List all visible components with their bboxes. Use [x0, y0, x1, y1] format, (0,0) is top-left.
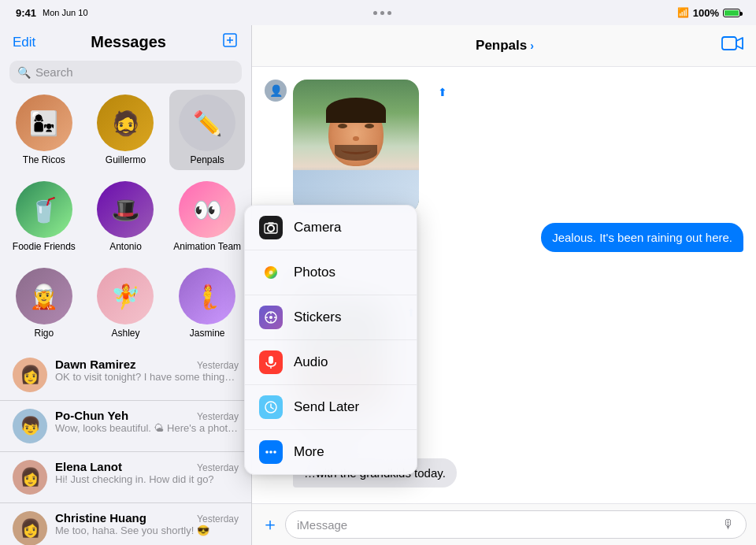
contact-avatar: 🧜 [179, 268, 235, 324]
sidebar-title: Messages [35, 33, 221, 51]
svg-marker-4 [736, 38, 743, 49]
battery-icon: 100% [693, 7, 719, 19]
sidebar: Edit Messages 🔍 Search 👩‍👧 The Ricos 🧔 [0, 25, 252, 545]
conv-name: Dawn Ramirez [55, 358, 136, 371]
conversation-item[interactable]: 👩 Dawn Ramirez Yesterday OK to visit ton… [0, 350, 251, 401]
video-call-button[interactable] [721, 35, 743, 57]
contact-name: Antonio [109, 241, 142, 252]
conv-message: Wow, looks beautiful. 🌤 Here's a photo o… [55, 422, 239, 434]
conv-time: Yesterday [197, 462, 239, 473]
svg-point-14 [269, 450, 272, 454]
conv-avatar: 👩 [13, 511, 47, 545]
contact-avatar: ✏️ [179, 95, 235, 151]
popup-label-camera: Camera [294, 220, 341, 235]
popup-label-audio: Audio [294, 354, 328, 370]
popup-icon-camera [259, 216, 283, 239]
svg-rect-3 [722, 37, 736, 50]
sidebar-header: Edit Messages [0, 25, 251, 56]
sender-avatar: 👤 [265, 80, 287, 102]
conversation-item[interactable]: 👩 Elena Lanot Yesterday Hi! Just checkin… [0, 452, 251, 503]
svg-point-13 [265, 450, 269, 454]
popup-item-more[interactable]: More [245, 430, 417, 474]
popup-icon-sendlater [259, 395, 283, 419]
popup-icon-stickers [259, 306, 283, 329]
contact-name: Foodie Friends [13, 241, 76, 252]
pinned-contact-guillermo[interactable]: 🧔 Guillermo [88, 90, 164, 170]
conv-name: Christine Huang [55, 511, 146, 525]
pinned-contact-antonio[interactable]: 🎩 Antonio [88, 176, 164, 257]
photo-thumbnail-1[interactable] [293, 80, 419, 213]
pinned-contact-penpals[interactable]: ✏️ Penpals [169, 90, 245, 170]
contact-avatar: 🎩 [97, 181, 154, 238]
contact-avatar: 🧚 [97, 268, 154, 324]
message-bubble-sent: Jealous. It's been raining out here. [541, 223, 743, 252]
wifi-icon: 📶 [677, 7, 689, 18]
contact-avatar: 👀 [179, 181, 235, 238]
svg-rect-10 [269, 356, 273, 364]
popup-label-stickers: Stickers [294, 310, 341, 325]
popup-label-more: More [294, 444, 324, 460]
conv-time: Yesterday [197, 360, 239, 371]
popup-item-stickers[interactable]: Stickers [245, 295, 417, 340]
status-icons: 📶 100% [677, 7, 740, 19]
contact-avatar: 🧝 [16, 268, 72, 324]
conv-avatar: 👩 [13, 358, 47, 392]
status-day: Mon Jun 10 [43, 8, 87, 17]
photo-message-1: 👤 [265, 80, 743, 213]
compose-button[interactable] [221, 32, 239, 53]
contact-name: Rigo [34, 328, 54, 339]
chevron-right-icon: › [530, 39, 534, 52]
search-icon: 🔍 [17, 66, 31, 79]
conv-message: OK to visit tonight? I have some things … [55, 371, 239, 383]
contact-name: The Ricos [23, 154, 65, 165]
conv-avatar: 👩 [13, 460, 47, 495]
share-button-1[interactable]: ⬆ [430, 80, 455, 105]
popup-icon-more [259, 440, 283, 464]
pinned-contact-rigo[interactable]: 🧝 Rigo [6, 263, 82, 343]
pinned-contact-foodie-friends[interactable]: 🥤 Foodie Friends [6, 176, 82, 257]
conversation-item[interactable]: 👩 Christine Huang Yesterday Me too, haha… [0, 503, 251, 545]
imessage-input[interactable]: iMessage 🎙 [285, 510, 747, 539]
conv-content: Po-Chun Yeh Yesterday Wow, looks beautif… [55, 409, 239, 434]
contact-name: Penpals [190, 154, 224, 165]
pinned-contact-animation-team[interactable]: 👀 Animation Team [169, 176, 245, 257]
status-bar: 9:41 Mon Jun 10 📶 100% [0, 0, 756, 25]
conv-time: Yesterday [197, 513, 239, 525]
popup-item-sendlater[interactable]: Send Later [245, 385, 417, 430]
popup-item-camera[interactable]: Camera [245, 206, 417, 250]
conversation-list: 👩 Dawn Ramirez Yesterday OK to visit ton… [0, 350, 251, 545]
popup-icon-photos [259, 261, 283, 284]
pinned-contact-ashley[interactable]: 🧚 Ashley [88, 263, 164, 343]
svg-point-9 [269, 316, 272, 319]
conv-content: Christine Huang Yesterday Me too, haha. … [55, 511, 239, 536]
contact-name: Jasmine [190, 328, 225, 339]
conv-content: Dawn Ramirez Yesterday OK to visit tonig… [55, 358, 239, 383]
popup-icon-audio [259, 350, 283, 374]
pinned-contact-the-ricos[interactable]: 👩‍👧 The Ricos [6, 90, 82, 170]
search-bar[interactable]: 🔍 Search [9, 61, 242, 83]
microphone-icon[interactable]: 🎙 [722, 517, 735, 532]
conv-name: Elena Lanot [55, 460, 122, 473]
battery-bar [723, 9, 740, 17]
chat-title[interactable]: Penpals › [476, 38, 534, 54]
pinned-contact-jasmine[interactable]: 🧜 Jasmine [169, 263, 245, 343]
edit-button[interactable]: Edit [13, 35, 35, 50]
contact-name: Ashley [111, 328, 139, 339]
popup-item-audio[interactable]: Audio [245, 340, 417, 385]
contact-avatar: 🧔 [97, 95, 154, 151]
contact-avatar: 👩‍👧 [16, 95, 72, 151]
contact-name: Guillermo [106, 154, 146, 165]
popup-label-photos: Photos [294, 265, 335, 280]
add-attachment-button[interactable]: ＋ [261, 513, 279, 536]
svg-point-7 [269, 271, 273, 275]
conv-message: Me too, haha. See you shortly! 😎 [55, 525, 239, 536]
popup-label-sendlater: Send Later [294, 399, 359, 415]
chat-title-text: Penpals [476, 38, 527, 54]
imessage-placeholder: iMessage [297, 518, 347, 532]
popup-item-photos[interactable]: Photos [245, 250, 417, 295]
chat-header: Penpals › [252, 25, 756, 67]
attachment-popup-menu: Camera Photos Stickers Audio Send Later … [244, 205, 417, 475]
contact-name: Animation Team [173, 241, 241, 252]
conversation-item[interactable]: 👦 Po-Chun Yeh Yesterday Wow, looks beaut… [0, 401, 251, 452]
search-placeholder: Search [35, 65, 73, 79]
